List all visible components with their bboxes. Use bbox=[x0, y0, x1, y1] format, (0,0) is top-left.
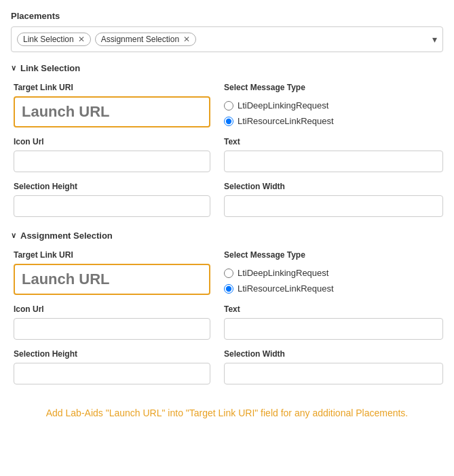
form-row-icon-text-2: Icon Url Text bbox=[14, 304, 443, 340]
section-assignment-selection-header[interactable]: ∨ Assignment Selection bbox=[11, 231, 443, 241]
section-link-selection: ∨ Link Selection Target Link URI Select … bbox=[11, 63, 443, 217]
form-group-message-type-1: Select Message Type LtiDeepLinkingReques… bbox=[224, 83, 443, 127]
radio-resource-link-1[interactable]: LtiResourceLinkRequest bbox=[224, 116, 443, 126]
tag-link-selection: Link Selection ✕ bbox=[17, 33, 91, 46]
form-group-text-2: Text bbox=[224, 304, 443, 340]
target-link-uri-label-1: Target Link URI bbox=[14, 83, 210, 92]
tag-assignment-selection-label: Assignment Selection bbox=[101, 35, 179, 44]
radio-deep-linking-label-1: LtiDeepLinkingRequest bbox=[238, 100, 328, 111]
select-message-type-label-2: Select Message Type bbox=[224, 250, 443, 260]
selection-width-input-1[interactable] bbox=[224, 195, 443, 217]
tag-assignment-selection: Assignment Selection ✕ bbox=[95, 33, 196, 46]
dropdown-arrow-icon: ▾ bbox=[432, 34, 437, 45]
form-row-uri-msgtype-1: Target Link URI Select Message Type LtiD… bbox=[14, 83, 443, 127]
tag-link-selection-close[interactable]: ✕ bbox=[78, 35, 85, 43]
radio-deep-linking-input-1[interactable] bbox=[224, 101, 233, 111]
radio-group-1: LtiDeepLinkingRequest LtiResourceLinkReq… bbox=[224, 98, 443, 126]
selection-width-input-2[interactable] bbox=[224, 363, 443, 384]
radio-deep-linking-1[interactable]: LtiDeepLinkingRequest bbox=[224, 100, 443, 111]
radio-resource-link-input-1[interactable] bbox=[224, 117, 233, 126]
form-group-selection-height-1: Selection Height bbox=[14, 182, 210, 217]
target-link-uri-label-2: Target Link URI bbox=[14, 250, 210, 260]
form-group-selection-height-2: Selection Height bbox=[14, 349, 210, 384]
target-link-uri-input-2[interactable] bbox=[14, 264, 210, 295]
radio-group-2: LtiDeepLinkingRequest LtiResourceLinkReq… bbox=[224, 265, 443, 294]
text-input-2[interactable] bbox=[224, 318, 443, 340]
form-group-selection-width-1: Selection Width bbox=[224, 182, 443, 217]
radio-resource-link-label-1: LtiResourceLinkRequest bbox=[238, 116, 334, 126]
radio-deep-linking-input-2[interactable] bbox=[224, 269, 233, 278]
section-assignment-selection-title: Assignment Selection bbox=[20, 231, 113, 241]
section-link-selection-content: Target Link URI Select Message Type LtiD… bbox=[11, 83, 443, 217]
radio-deep-linking-2[interactable]: LtiDeepLinkingRequest bbox=[224, 268, 443, 278]
tag-assignment-selection-close[interactable]: ✕ bbox=[183, 35, 190, 43]
form-group-target-uri-1: Target Link URI bbox=[14, 83, 210, 127]
selection-height-input-2[interactable] bbox=[14, 363, 210, 384]
form-row-uri-msgtype-2: Target Link URI Select Message Type LtiD… bbox=[14, 250, 443, 295]
icon-url-label-1: Icon Url bbox=[14, 137, 210, 146]
form-row-height-width-2: Selection Height Selection Width bbox=[14, 349, 443, 384]
radio-deep-linking-label-2: LtiDeepLinkingRequest bbox=[238, 268, 328, 278]
form-row-height-width-1: Selection Height Selection Width bbox=[14, 182, 443, 217]
selection-height-label-2: Selection Height bbox=[14, 349, 210, 359]
form-group-text-1: Text bbox=[224, 137, 443, 172]
form-group-message-type-2: Select Message Type LtiDeepLinkingReques… bbox=[224, 250, 443, 295]
selection-height-label-1: Selection Height bbox=[14, 182, 210, 191]
section-assignment-selection: ∨ Assignment Selection Target Link URI S… bbox=[11, 231, 443, 384]
chevron-icon-2: ∨ bbox=[11, 231, 16, 240]
text-input-1[interactable] bbox=[224, 151, 443, 172]
icon-url-input-1[interactable] bbox=[14, 151, 210, 172]
tags-container[interactable]: Link Selection ✕ Assignment Selection ✕ … bbox=[11, 26, 443, 52]
section-assignment-selection-content: Target Link URI Select Message Type LtiD… bbox=[11, 250, 443, 384]
chevron-icon: ∨ bbox=[11, 64, 16, 73]
form-group-icon-url-1: Icon Url bbox=[14, 137, 210, 172]
icon-url-label-2: Icon Url bbox=[14, 304, 210, 314]
target-link-uri-input-1[interactable] bbox=[14, 96, 210, 127]
radio-resource-link-2[interactable]: LtiResourceLinkRequest bbox=[224, 283, 443, 294]
radio-resource-link-label-2: LtiResourceLinkRequest bbox=[238, 283, 334, 294]
selection-width-label-1: Selection Width bbox=[224, 182, 443, 191]
hint-text: Add Lab-Aids "Launch URL" into "Target L… bbox=[11, 398, 443, 420]
tag-link-selection-label: Link Selection bbox=[23, 35, 74, 44]
placements-label: Placements bbox=[11, 11, 443, 21]
form-row-icon-text-1: Icon Url Text bbox=[14, 137, 443, 172]
text-label-2: Text bbox=[224, 304, 443, 314]
select-message-type-label-1: Select Message Type bbox=[224, 83, 443, 92]
form-group-icon-url-2: Icon Url bbox=[14, 304, 210, 340]
radio-resource-link-input-2[interactable] bbox=[224, 284, 233, 294]
section-link-selection-title: Link Selection bbox=[20, 63, 80, 73]
form-group-target-uri-2: Target Link URI bbox=[14, 250, 210, 295]
icon-url-input-2[interactable] bbox=[14, 318, 210, 340]
placements-section: Placements Link Selection ✕ Assignment S… bbox=[11, 11, 443, 420]
section-link-selection-header[interactable]: ∨ Link Selection bbox=[11, 63, 443, 73]
text-label-1: Text bbox=[224, 137, 443, 146]
form-group-selection-width-2: Selection Width bbox=[224, 349, 443, 384]
selection-width-label-2: Selection Width bbox=[224, 349, 443, 359]
selection-height-input-1[interactable] bbox=[14, 195, 210, 217]
